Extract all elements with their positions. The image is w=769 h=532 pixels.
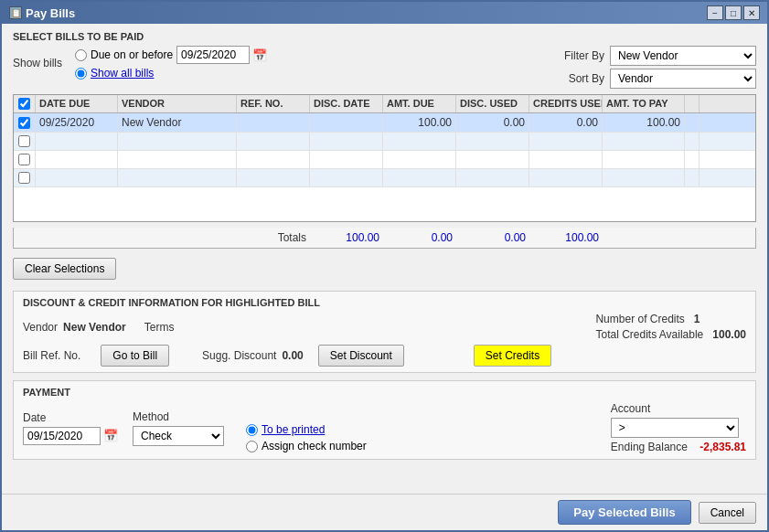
header-vendor: VENDOR <box>118 95 237 112</box>
to-be-printed-label: To be printed <box>262 423 325 436</box>
row-4-checkbox[interactable] <box>18 172 30 184</box>
row-check <box>14 133 36 150</box>
title-bar: 📋 Pay Bills − □ ✕ <box>2 2 767 24</box>
row-1-disc-used: 0.00 <box>456 113 529 132</box>
totals-row: Totals 100.00 0.00 0.00 100.00 <box>13 228 756 249</box>
show-bills-row: Show bills Due on or before 📅 <box>13 46 267 80</box>
payment-row: Date 📅 Method Check Cash Credit Card <box>23 402 746 453</box>
restore-button[interactable]: □ <box>725 5 742 20</box>
discount-credit-row2: Bill Ref. No. Go to Bill Sugg. Discount … <box>23 345 746 367</box>
num-credits-row: Number of Credits 1 <box>595 313 746 325</box>
header-scroll <box>685 95 700 112</box>
sort-label: Sort By <box>559 72 604 85</box>
table-row[interactable] <box>14 169 755 187</box>
due-date-input[interactable] <box>176 46 250 64</box>
sugg-discount-label: Sugg. Discount <box>202 349 276 362</box>
ending-balance-value: -2,835.81 <box>700 441 746 453</box>
print-options: To be printed Assign check number <box>246 403 367 452</box>
row-3-checkbox[interactable] <box>18 154 30 165</box>
account-field: > <box>611 418 746 438</box>
to-be-printed-option: To be printed <box>246 423 367 436</box>
due-on-or-before-radio[interactable] <box>75 49 87 61</box>
pay-selected-bills-button[interactable]: Pay Selected Bills <box>558 500 690 525</box>
show-bills-radio-group: Due on or before 📅 Show all bills <box>75 46 267 80</box>
row-3-scroll <box>685 151 700 168</box>
row-3-amt-due <box>383 151 456 168</box>
row-4-scroll <box>685 169 700 186</box>
assign-check-label: Assign check number <box>262 440 367 452</box>
row-1-checkbox[interactable] <box>18 117 30 129</box>
date-field: 📅 <box>176 46 267 64</box>
totals-label: Totals <box>14 229 310 246</box>
row-2-amt-due <box>383 133 456 150</box>
set-credits-button[interactable]: Set Credits <box>474 345 551 367</box>
sugg-discount-item: Sugg. Discount 0.00 <box>202 349 304 362</box>
vendor-value: New Vendor <box>63 321 126 334</box>
assign-check-radio[interactable] <box>246 441 258 452</box>
to-be-printed-radio[interactable] <box>246 424 258 436</box>
row-2-date <box>36 133 118 150</box>
row-2-credits-used <box>529 133 603 150</box>
vendor-item: Vendor New Vendor <box>23 321 126 334</box>
row-3-date <box>36 151 118 168</box>
title-bar-left: 📋 Pay Bills <box>9 6 75 20</box>
window-title: Pay Bills <box>26 6 75 20</box>
row-2-disc-used <box>456 133 529 150</box>
spacer <box>246 403 367 420</box>
totals-amt-due: 100.00 <box>310 229 383 246</box>
total-credits-value: 100.00 <box>712 328 746 341</box>
clear-selections-button[interactable]: Clear Selections <box>13 258 116 280</box>
assign-check-option: Assign check number <box>246 440 367 452</box>
filter-select[interactable]: New Vendor All Vendors <box>610 46 756 66</box>
header-disc-used: DISC. USED <box>456 95 529 112</box>
calendar-icon[interactable]: 📅 <box>252 48 267 62</box>
terms-label: Terms <box>144 321 175 334</box>
row-1-disc-date <box>310 113 383 132</box>
payment-method-select[interactable]: Check Cash Credit Card <box>133 426 224 446</box>
title-bar-controls: − □ ✕ <box>707 5 760 20</box>
minimize-button[interactable]: − <box>707 5 723 20</box>
header-amt-to-pay: AMT. TO PAY <box>603 95 685 112</box>
num-credits-value: 1 <box>694 313 700 325</box>
totals-amt-to-pay: 100.00 <box>529 229 603 246</box>
payment-date-item: Date 📅 <box>23 411 118 445</box>
window-icon: 📋 <box>9 6 22 19</box>
set-discount-button[interactable]: Set Discount <box>318 345 404 367</box>
row-4-disc-used <box>456 169 529 186</box>
payment-date-input[interactable] <box>23 427 101 445</box>
row-3-disc-date <box>310 151 383 168</box>
table-row[interactable] <box>14 133 755 151</box>
payment-date-label: Date <box>23 411 118 424</box>
filter-sort-area: Filter By New Vendor All Vendors Sort By… <box>559 46 756 89</box>
select-bills-label: SELECT BILLS TO BE PAID <box>13 31 756 42</box>
account-select[interactable]: > <box>611 418 739 438</box>
go-to-bill-button[interactable]: Go to Bill <box>101 345 169 367</box>
header-disc-date: DISC. DATE <box>310 95 383 112</box>
table-row[interactable] <box>14 151 755 169</box>
discount-credit-header: DISCOUNT & CREDIT INFORMATION FOR HIGHLI… <box>23 297 746 308</box>
row-3-disc-used <box>456 151 529 168</box>
row-2-vendor <box>118 133 237 150</box>
select-all-checkbox[interactable] <box>18 98 30 110</box>
main-window: 📋 Pay Bills − □ ✕ SELECT BILLS TO BE PAI… <box>0 0 769 532</box>
row-2-checkbox[interactable] <box>18 135 30 147</box>
totals-empty <box>603 229 685 246</box>
payment-section: PAYMENT Date 📅 Method Check Cash Credit … <box>13 380 756 460</box>
show-all-bills-radio[interactable] <box>75 68 87 80</box>
row-1-date: 09/25/2020 <box>36 113 118 132</box>
row-1-ref <box>237 113 310 132</box>
payment-calendar-icon[interactable]: 📅 <box>103 429 118 442</box>
cancel-button[interactable]: Cancel <box>699 502 756 524</box>
row-4-disc-date <box>310 169 383 186</box>
sort-select[interactable]: Vendor Due Date Amount Due <box>610 69 756 89</box>
row-2-ref <box>237 133 310 150</box>
row-check <box>14 113 36 132</box>
row-1-amt-to-pay: 100.00 <box>603 113 685 132</box>
table-row[interactable]: 09/25/2020 New Vendor 100.00 0.00 0.00 1… <box>14 113 755 133</box>
row-3-credits-used <box>529 151 603 168</box>
totals-disc-used: 0.00 <box>383 229 456 246</box>
discount-credit-row1: Vendor New Vendor Terms Number of Credit… <box>23 313 746 341</box>
payment-header: PAYMENT <box>23 387 746 398</box>
row-4-amt-to-pay <box>603 169 685 186</box>
close-button[interactable]: ✕ <box>743 5 760 20</box>
